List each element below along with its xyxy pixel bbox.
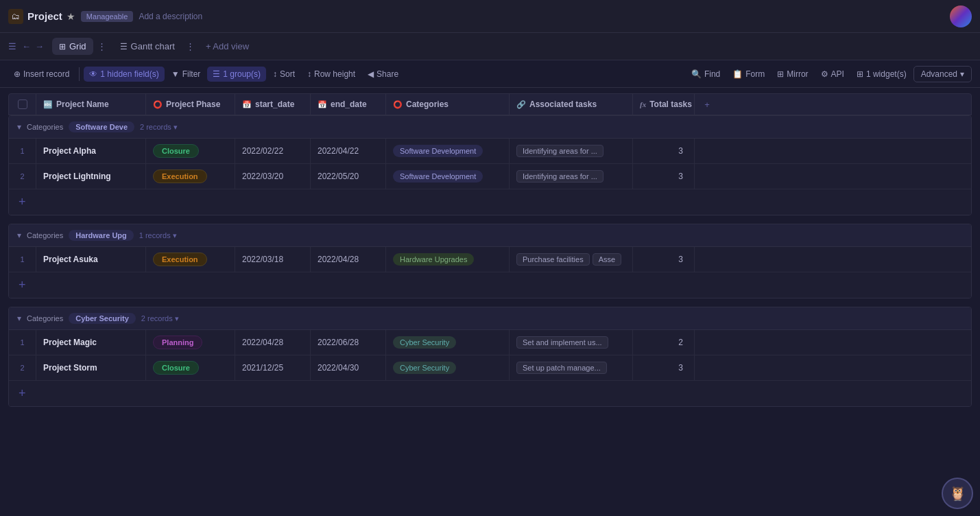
star-icon[interactable]: ★ <box>67 11 75 22</box>
row-height-button[interactable]: ↕ Row height <box>302 67 361 82</box>
project-name-label: Project <box>27 10 62 22</box>
col-header-project-phase: ⭕ Project Phase <box>146 94 235 115</box>
grid-tab-icon: ⊞ <box>59 42 66 51</box>
add-row-cyber[interactable]: + <box>9 381 971 406</box>
toolbar-divider-1 <box>79 67 80 81</box>
project-title: 🗂 Project ★ <box>8 9 75 24</box>
tab-gantt[interactable]: ☰ Gantt chart <box>113 38 182 55</box>
cell-categories: Cyber Security <box>386 330 510 355</box>
cell-project-name: Project Lightning <box>36 164 146 189</box>
cell-total-tasks: 3 <box>633 247 695 272</box>
phase-badge: Execution <box>153 169 207 183</box>
find-button[interactable]: 🔍 Find <box>686 67 726 82</box>
bottom-avatar[interactable]: 🦉 <box>942 478 973 509</box>
add-row-software[interactable]: + <box>9 189 971 215</box>
form-icon: 📋 <box>732 69 743 79</box>
group-toggle-hardware[interactable]: ▾ <box>17 231 21 240</box>
cell-total-tasks: 3 <box>633 355 695 380</box>
cell-end-date: 2022/06/28 <box>311 330 386 355</box>
view-tabs: ☰ ← → ⊞ Grid ⋮ ☰ Gantt chart ⋮ + Add vie… <box>0 33 980 60</box>
grid-tab-menu-icon[interactable]: ⋮ <box>96 41 108 51</box>
group-records-hardware: 1 records ▾ <box>139 231 177 240</box>
eye-icon: 👁 <box>89 69 97 79</box>
cell-categories: Hardware Upgrades <box>386 247 510 272</box>
cell-associated-tasks: Identifying areas for ... <box>510 139 633 163</box>
task-tag: Asse <box>593 253 621 266</box>
table-header: 🔤 Project Name ⭕ Project Phase 📅 start_d… <box>8 93 972 115</box>
cell-project-name: Project Magic <box>36 330 146 355</box>
cell-phase: Closure <box>146 355 235 380</box>
row-num: 1 <box>9 330 36 355</box>
category-tag: Software Development <box>393 170 483 183</box>
category-tag: Cyber Security <box>393 362 456 374</box>
col-header-associated-tasks: 🔗 Associated tasks <box>510 94 633 115</box>
col-header-project-name: 🔤 Project Name <box>36 94 146 115</box>
group-header-cyber: ▾ Categories Cyber Security 2 records ▾ <box>9 307 971 330</box>
group-records-software: 2 records ▾ <box>140 123 178 132</box>
cell-total-tasks: 3 <box>633 164 695 189</box>
cell-start-date: 2022/04/28 <box>235 330 311 355</box>
cell-associated-tasks: Set and implement us... <box>510 330 633 355</box>
table-row: 2 Project Storm Closure 2021/12/25 2022/… <box>9 355 971 381</box>
cell-end-date: 2022/04/22 <box>311 139 386 163</box>
api-icon: ⚙ <box>821 69 828 79</box>
group-button[interactable]: ☰ 1 group(s) <box>207 67 266 82</box>
tab-grid[interactable]: ⊞ Grid <box>52 38 93 55</box>
grid-tab-label: Grid <box>69 41 86 51</box>
group-tag-software: Software Deve <box>69 121 134 132</box>
mirror-button[interactable]: ⊞ Mirror <box>772 67 813 82</box>
group-records-cyber: 2 records ▾ <box>141 314 179 323</box>
group-toggle-software[interactable]: ▾ <box>17 122 21 132</box>
add-row-hardware[interactable]: + <box>9 272 971 298</box>
group-header-software: ▾ Categories Software Deve 2 records ▾ <box>9 116 971 139</box>
nav-prev-icon[interactable]: ← <box>22 41 31 51</box>
task-tag: Identifying areas for ... <box>516 170 603 183</box>
main-content: 🔤 Project Name ⭕ Project Phase 📅 start_d… <box>0 88 980 516</box>
table-row: 1 Project Magic Planning 2022/04/28 2022… <box>9 330 971 355</box>
group-header-hardware: ▾ Categories Hardware Upg 1 records ▾ <box>9 224 971 247</box>
filter-icon: ▼ <box>171 69 180 79</box>
cell-end-date: 2022/04/30 <box>311 355 386 380</box>
cell-phase: Execution <box>146 247 235 272</box>
group-tag-cyber: Cyber Security <box>69 313 136 324</box>
cell-project-name: Project Asuka <box>36 247 146 272</box>
widgets-button[interactable]: ⊞ 1 widget(s) <box>851 67 912 82</box>
gantt-tab-icon: ☰ <box>120 42 128 51</box>
select-all-checkbox[interactable] <box>18 99 27 109</box>
advanced-button[interactable]: Advanced ▾ <box>913 66 972 82</box>
gantt-tab-menu-icon[interactable]: ⋮ <box>184 41 196 51</box>
header-checkbox-cell <box>9 94 36 115</box>
row-num: 2 <box>9 355 36 380</box>
form-button[interactable]: 📋 Form <box>727 67 770 82</box>
start-date-col-icon: 📅 <box>242 100 252 109</box>
share-button[interactable]: ◀ Share <box>362 67 404 82</box>
hidden-fields-button[interactable]: 👁 1 hidden field(s) <box>84 67 164 82</box>
cell-project-name: Project Alpha <box>36 139 146 163</box>
row-height-icon: ↕ <box>307 69 311 79</box>
gantt-tab-label: Gantt chart <box>131 41 175 51</box>
cell-categories: Software Development <box>386 139 510 163</box>
cell-end-date: 2022/05/20 <box>311 164 386 189</box>
share-icon: ◀ <box>368 69 374 79</box>
nav-back-icon[interactable]: ☰ <box>8 41 16 51</box>
cell-project-name: Project Storm <box>36 355 146 380</box>
task-tag: Identifying areas for ... <box>516 145 603 157</box>
row-num: 2 <box>9 164 36 189</box>
task-tag: Set and implement us... <box>516 336 608 349</box>
add-column-button[interactable]: + <box>695 94 719 115</box>
group-hardware-upgrades: ▾ Categories Hardware Upg 1 records ▾ 1 … <box>8 224 972 298</box>
col-header-start-date: 📅 start_date <box>235 94 311 115</box>
group-software-development: ▾ Categories Software Deve 2 records ▾ 1… <box>8 115 972 215</box>
api-button[interactable]: ⚙ API <box>815 67 850 82</box>
group-toggle-cyber[interactable]: ▾ <box>17 314 21 323</box>
avatar[interactable] <box>950 5 972 27</box>
add-view-button[interactable]: + Add view <box>199 38 256 55</box>
nav-next-icon[interactable]: → <box>35 41 44 51</box>
insert-record-button[interactable]: ⊕ Insert record <box>8 67 75 82</box>
sort-button[interactable]: ↕ Sort <box>267 67 300 82</box>
cell-start-date: 2022/03/18 <box>235 247 311 272</box>
filter-button[interactable]: ▼ Filter <box>166 67 206 82</box>
row-num: 1 <box>9 139 36 163</box>
cell-total-tasks: 2 <box>633 330 695 355</box>
add-description-label[interactable]: Add a description <box>139 12 202 21</box>
